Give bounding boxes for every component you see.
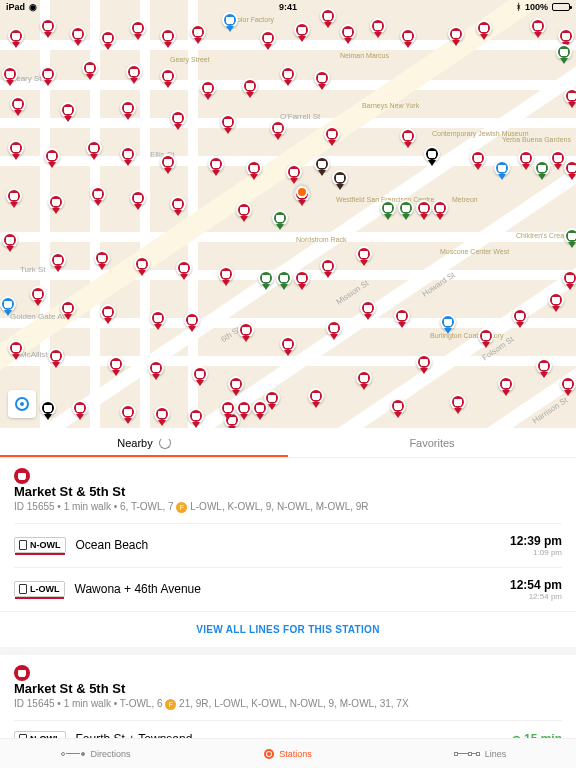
station-pin[interactable]	[192, 366, 208, 382]
line-row[interactable]: N-OWL Fourth St + Townsend ⦿ 15 min	[14, 720, 562, 738]
station-pin[interactable]	[242, 78, 258, 94]
station-pin[interactable]	[60, 102, 76, 118]
station-list[interactable]: Market St & 5th St ID 15655 • 1 min walk…	[0, 458, 576, 738]
station-pin[interactable]	[416, 200, 432, 216]
tab-nearby[interactable]: Nearby	[0, 428, 288, 457]
station-pin[interactable]	[200, 80, 216, 96]
station-card[interactable]: Market St & 5th St ID 15645 • 1 min walk…	[0, 655, 576, 738]
station-pin[interactable]	[558, 28, 574, 44]
station-pin[interactable]	[518, 150, 534, 166]
station-pin[interactable]	[560, 376, 576, 392]
station-pin[interactable]	[40, 400, 56, 416]
tab-favorites[interactable]: Favorites	[288, 428, 576, 457]
station-pin[interactable]	[432, 200, 448, 216]
station-pin[interactable]	[236, 202, 252, 218]
station-pin[interactable]	[424, 146, 440, 162]
line-row[interactable]: L-OWL Wawona + 46th Avenue 12:54 pm 12:5…	[14, 567, 562, 611]
station-pin[interactable]	[370, 18, 386, 34]
station-pin[interactable]	[394, 308, 410, 324]
station-pin[interactable]	[160, 28, 176, 44]
station-pin[interactable]	[494, 160, 510, 176]
station-pin[interactable]	[30, 286, 46, 302]
station-pin[interactable]	[276, 270, 292, 286]
station-pin[interactable]	[448, 26, 464, 42]
station-pin[interactable]	[236, 400, 252, 416]
station-pin[interactable]	[48, 348, 64, 364]
view-all-lines-button[interactable]: VIEW ALL LINES FOR THIS STATION	[0, 611, 576, 655]
station-pin[interactable]	[2, 66, 18, 82]
station-pin[interactable]	[8, 140, 24, 156]
station-pin[interactable]	[160, 68, 176, 84]
station-pin[interactable]	[476, 20, 492, 36]
station-pin[interactable]	[314, 70, 330, 86]
station-pin[interactable]	[556, 44, 572, 60]
station-pin[interactable]	[150, 310, 166, 326]
station-pin[interactable]	[100, 304, 116, 320]
station-pin[interactable]	[154, 406, 170, 422]
station-pin[interactable]	[94, 250, 110, 266]
station-pin[interactable]	[326, 320, 342, 336]
station-pin[interactable]	[126, 64, 142, 80]
station-pin[interactable]	[86, 140, 102, 156]
station-pin[interactable]	[450, 394, 466, 410]
station-pin[interactable]	[100, 30, 116, 46]
station-pin[interactable]	[246, 160, 262, 176]
station-pin[interactable]	[294, 22, 310, 38]
station-pin[interactable]	[8, 340, 24, 356]
line-row[interactable]: N-OWL Ocean Beach 12:39 pm 1:09 pm	[14, 523, 562, 567]
station-pin[interactable]	[190, 24, 206, 40]
station-pin[interactable]	[170, 110, 186, 126]
station-pin[interactable]	[270, 120, 286, 136]
station-pin[interactable]	[320, 258, 336, 274]
station-pin[interactable]	[72, 400, 88, 416]
station-pin[interactable]	[280, 66, 296, 82]
station-pin[interactable]	[170, 196, 186, 212]
station-pin[interactable]	[184, 312, 200, 328]
station-pin[interactable]	[134, 256, 150, 272]
station-pin[interactable]	[286, 164, 302, 180]
station-pin[interactable]	[130, 190, 146, 206]
station-pin[interactable]	[340, 24, 356, 40]
station-pin[interactable]	[564, 88, 576, 104]
station-pin[interactable]	[44, 148, 60, 164]
station-pin[interactable]	[218, 266, 234, 282]
station-pin[interactable]	[258, 270, 274, 286]
station-pin[interactable]	[70, 26, 86, 42]
station-pin[interactable]	[188, 408, 204, 424]
station-pin[interactable]	[10, 96, 26, 112]
station-pin[interactable]	[220, 114, 236, 130]
locate-me-button[interactable]	[8, 390, 36, 418]
station-pin[interactable]	[208, 156, 224, 172]
station-pin[interactable]	[222, 12, 238, 28]
station-pin[interactable]	[220, 400, 236, 416]
nav-lines[interactable]: Lines	[384, 739, 576, 768]
station-pin[interactable]	[478, 328, 494, 344]
station-pin[interactable]	[82, 60, 98, 76]
station-pin[interactable]	[332, 170, 348, 186]
station-pin[interactable]	[48, 194, 64, 210]
station-pin[interactable]	[0, 296, 16, 312]
station-pin[interactable]	[536, 358, 552, 374]
station-pin[interactable]	[564, 160, 576, 176]
station-pin[interactable]	[400, 128, 416, 144]
station-pin[interactable]	[272, 210, 288, 226]
station-pin[interactable]	[530, 18, 546, 34]
station-pin[interactable]	[238, 322, 254, 338]
station-pin[interactable]	[50, 252, 66, 268]
station-pin[interactable]	[308, 388, 324, 404]
station-pin[interactable]	[228, 376, 244, 392]
station-pin[interactable]	[160, 154, 176, 170]
station-pin[interactable]	[400, 28, 416, 44]
station-pin[interactable]	[2, 232, 18, 248]
station-pin[interactable]	[314, 156, 330, 172]
station-pin[interactable]	[176, 260, 192, 276]
station-pin[interactable]	[564, 228, 576, 244]
station-pin[interactable]	[440, 314, 456, 330]
station-pin[interactable]	[398, 200, 414, 216]
station-pin[interactable]	[40, 18, 56, 34]
station-pin[interactable]	[6, 188, 22, 204]
station-pin[interactable]	[108, 356, 124, 372]
station-pin[interactable]	[252, 400, 268, 416]
station-pin[interactable]	[512, 308, 528, 324]
station-pin[interactable]	[356, 246, 372, 262]
